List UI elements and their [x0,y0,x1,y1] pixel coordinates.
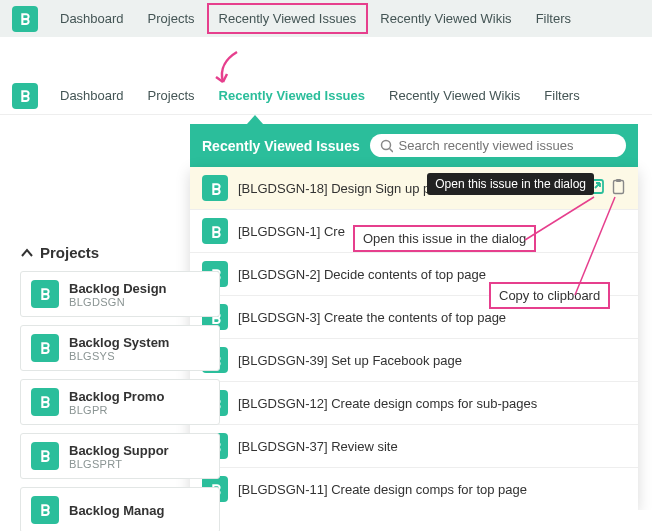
nav-projects[interactable]: Projects [138,82,205,109]
issue-label: [BLGDSGN-11] Create design comps for top… [238,482,626,497]
issue-row[interactable]: [BLGDSGN-11] Create design comps for top… [190,467,638,510]
app-logo-icon[interactable] [12,83,38,109]
project-icon [31,496,59,510]
project-card[interactable]: Backlog PromoBLGPR [20,379,220,425]
panel-title: Recently Viewed Issues [202,138,360,154]
issue-row[interactable]: [BLGDSGN-37] Review site [190,424,638,467]
tooltip: Open this issue in the dialog [427,173,594,195]
topnav-filters[interactable]: Filters [526,5,581,32]
issue-label: [BLGDSGN-12] Create design comps for sub… [238,396,626,411]
project-card[interactable]: Backlog SystemBLGSYS [20,325,220,371]
sidebar: Projects Backlog DesignBLGDSGN Backlog S… [20,244,220,510]
project-card[interactable]: Backlog DesignBLGDSGN [20,271,220,317]
issue-label: [BLGDSGN-37] Review site [238,439,626,454]
issue-row[interactable]: [BLGDSGN-12] Create design comps for sub… [190,381,638,424]
issue-list: [BLGDSGN-18] Design Sign up pOpen this i… [190,167,638,510]
project-icon [202,218,228,244]
issue-label: [BLGDSGN-3] Create the contents of top p… [238,310,626,325]
nav-filters[interactable]: Filters [534,82,589,109]
search-box[interactable] [370,134,626,157]
nav-dashboard[interactable]: Dashboard [50,82,134,109]
project-name: Backlog System [69,335,169,350]
callout-copy: Copy to clipboard [489,282,610,309]
topnav-recent-wikis[interactable]: Recently Viewed Wikis [370,5,521,32]
issue-label: [BLGDSGN-2] Decide contents of top page [238,267,626,282]
sidebar-title: Projects [40,244,99,261]
project-icon [31,442,59,470]
project-name: Backlog Promo [69,389,164,404]
recent-issues-panel: Recently Viewed Issues [BLGDSGN-18] Desi… [190,115,638,510]
topnav-recent-issues[interactable]: Recently Viewed Issues [209,5,367,32]
project-name: Backlog Design [69,281,167,296]
svg-point-0 [381,140,390,149]
issue-row[interactable]: [BLGDSGN-18] Design Sign up pOpen this i… [190,167,638,209]
project-icon [202,175,228,201]
sidebar-heading[interactable]: Projects [20,244,220,261]
project-key: BLGSYS [69,350,169,362]
annotation-arrow-icon [205,50,255,90]
chevron-up-icon [20,246,34,260]
topnav-projects[interactable]: Projects [138,5,205,32]
main-nav: Dashboard Projects Recently Viewed Issue… [0,77,652,115]
project-icon [31,280,59,308]
project-name: Backlog Suppor [69,443,169,458]
issue-row[interactable]: [BLGDSGN-39] Set up Facebook page [190,338,638,381]
svg-rect-4 [616,179,621,182]
topbar: Dashboard Projects Recently Viewed Issue… [0,0,652,37]
svg-line-1 [389,148,392,152]
panel-header: Recently Viewed Issues [190,124,638,167]
project-icon [31,334,59,362]
project-key: BLGDSGN [69,296,167,308]
project-name: Backlog Manag [69,503,164,511]
svg-rect-3 [614,181,624,194]
app-logo-icon[interactable] [12,6,38,32]
clipboard-icon[interactable] [611,178,626,198]
search-icon [380,139,393,153]
project-key: BLGPR [69,404,164,416]
topnav-dashboard[interactable]: Dashboard [50,5,134,32]
project-card[interactable]: Backlog Manag [20,487,220,510]
project-key: BLGSPRT [69,458,169,470]
issue-label: [BLGDSGN-39] Set up Facebook page [238,353,626,368]
panel-caret-icon [247,115,263,124]
nav-recent-wikis[interactable]: Recently Viewed Wikis [379,82,530,109]
project-card[interactable]: Backlog SupporBLGSPRT [20,433,220,479]
project-icon [31,388,59,416]
search-input[interactable] [399,138,616,153]
callout-open-dialog: Open this issue in the dialog [353,225,536,252]
